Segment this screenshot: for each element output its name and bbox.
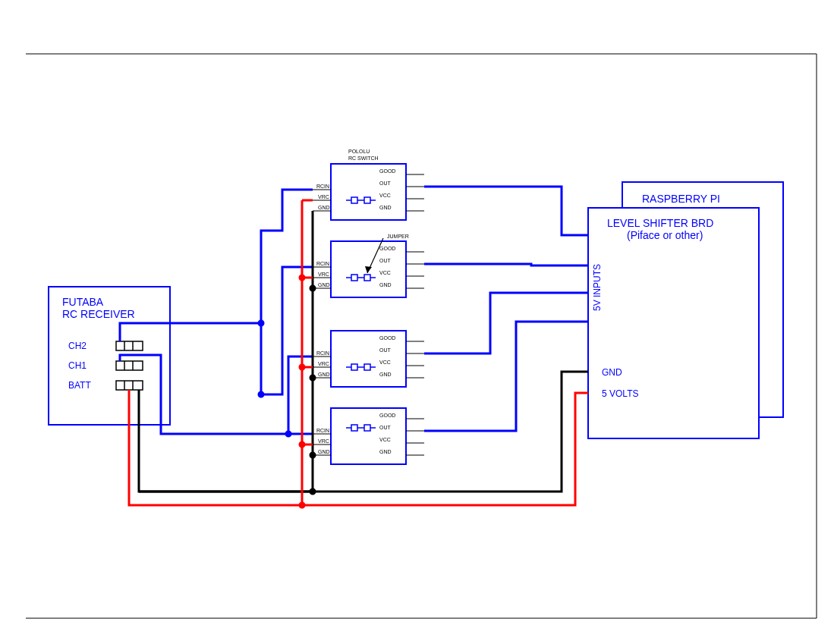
level-shifter-box	[588, 208, 759, 438]
sw4-gndr: GND	[379, 449, 392, 454]
receiver-batt-label: BATT	[68, 380, 91, 391]
jumper-label: JUMPER	[387, 234, 409, 239]
svg-point-59	[259, 392, 263, 397]
svg-rect-40	[351, 364, 357, 370]
sw2-good: GOOD	[379, 246, 395, 251]
sw4-good: GOOD	[379, 413, 395, 418]
shifter-title-1: LEVEL SHIFTER BRD	[607, 217, 713, 229]
svg-point-61	[310, 453, 315, 457]
sw4-rcin: RCIN	[316, 428, 329, 433]
svg-point-69	[300, 275, 304, 280]
sw2-out: OUT	[379, 258, 391, 263]
sw1-good: GOOD	[379, 168, 395, 174]
sw3-vcc: VCC	[379, 360, 391, 365]
sw1-vrc: VRC	[318, 194, 329, 199]
svg-rect-28	[364, 275, 370, 281]
rpi-title: RASPBERRY PI	[642, 193, 720, 205]
sw2-vrc: VRC	[318, 272, 329, 277]
rc-switch-3	[313, 331, 424, 387]
sw2-gndr: GND	[379, 282, 392, 287]
svg-point-68	[300, 365, 304, 369]
sw4-vcc: VCC	[379, 437, 391, 442]
pololu-title-1: POLOLU	[348, 149, 370, 154]
receiver-batt-header	[116, 381, 143, 390]
receiver-ch1-label: CH1	[68, 360, 87, 371]
sw2-gnd: GND	[318, 282, 330, 287]
svg-marker-65	[365, 266, 372, 273]
receiver-ch2-header	[116, 341, 143, 350]
pololu-title-2: RC SWITCH	[348, 156, 379, 161]
wiring	[120, 187, 588, 507]
sw2-vcc: VCC	[379, 270, 391, 275]
svg-point-62	[310, 375, 315, 380]
sw1-gnd: GND	[318, 205, 330, 210]
shifter-title-2: (Piface or other)	[627, 229, 703, 241]
receiver-ch2-label: CH2	[68, 341, 87, 351]
receiver-title-2: RC RECEIVER	[62, 308, 135, 320]
sw1-out: OUT	[379, 181, 391, 186]
svg-rect-41	[364, 364, 370, 370]
sw3-gnd: GND	[318, 372, 330, 377]
shifter-5v: 5 VOLTS	[602, 388, 638, 399]
svg-rect-27	[351, 275, 357, 281]
svg-rect-15	[364, 197, 370, 203]
sw1-gndr: GND	[379, 205, 392, 210]
svg-point-67	[300, 442, 304, 447]
sw3-out: OUT	[379, 347, 391, 353]
sw1-rcin: RCIN	[316, 184, 329, 189]
sw4-out: OUT	[379, 425, 391, 430]
rc-switch-4	[313, 408, 424, 464]
sw4-vrc: VRC	[318, 438, 329, 444]
svg-rect-53	[351, 425, 357, 431]
sw3-gndr: GND	[379, 372, 392, 377]
shifter-5v-inputs: 5V INPUTS	[592, 264, 603, 311]
sw1-vcc: VCC	[379, 193, 391, 198]
sw3-rcin: RCIN	[316, 350, 329, 356]
sw3-vrc: VRC	[318, 361, 329, 366]
svg-point-63	[310, 286, 315, 291]
receiver-ch1-header	[116, 361, 143, 370]
rc-switch-1	[313, 164, 424, 220]
svg-point-58	[259, 321, 263, 325]
svg-point-60	[286, 432, 291, 436]
sw4-gnd: GND	[318, 449, 330, 454]
sw2-rcin: RCIN	[316, 261, 329, 266]
receiver-title-1: FUTABA	[62, 296, 103, 308]
sw3-good: GOOD	[379, 335, 395, 341]
svg-rect-54	[364, 425, 370, 431]
svg-rect-14	[351, 197, 357, 203]
shifter-gnd: GND	[602, 367, 622, 378]
svg-point-66	[300, 503, 304, 507]
schematic-diagram: POLOLU RC SWITCH FUTABA RC RECEIVER CH2 …	[0, 0, 834, 644]
